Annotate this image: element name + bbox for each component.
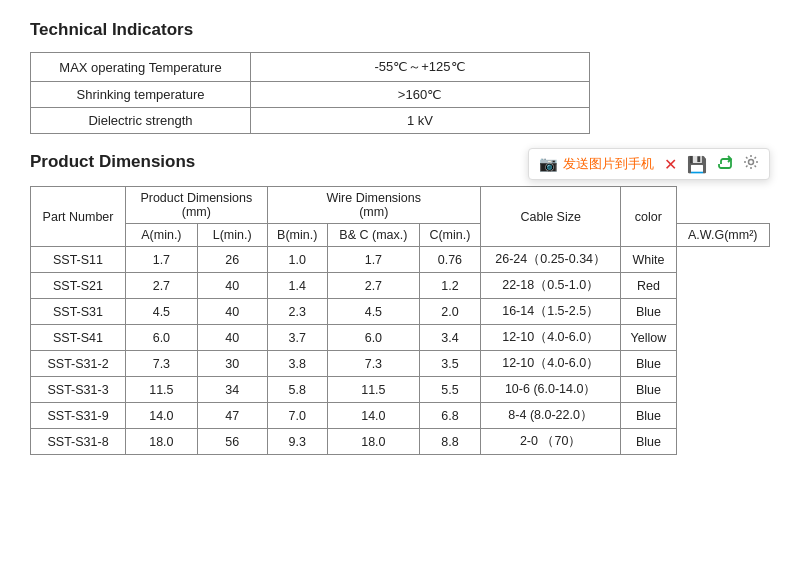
dim-l: 40 (197, 299, 267, 325)
dim-c: 6.8 (419, 403, 480, 429)
dim-awg: 8-4 (8.0-22.0） (481, 403, 621, 429)
dim-part: SST-S31-8 (31, 429, 126, 455)
dim-c: 0.76 (419, 247, 480, 273)
dim-b: 1.4 (267, 273, 327, 299)
dim-c: 8.8 (419, 429, 480, 455)
subheader-l-min: L(min.) (197, 224, 267, 247)
col-header-wire-dim: Wire Dimensions (mm) (267, 187, 480, 224)
subheader-b-min: B(min.) (267, 224, 327, 247)
svg-point-0 (749, 160, 754, 165)
subheader-bc-max: B& C (max.) (327, 224, 419, 247)
dim-awg: 12-10（4.0-6.0） (481, 351, 621, 377)
tech-table-row: Shrinking temperature >160℃ (31, 82, 590, 108)
dim-table-row: SST-S41 6.0 40 3.7 6.0 3.4 12-10（4.0-6.0… (31, 325, 770, 351)
dim-b: 9.3 (267, 429, 327, 455)
dim-awg: 12-10（4.0-6.0） (481, 325, 621, 351)
dim-l: 40 (197, 325, 267, 351)
send-icon: 📷 (539, 155, 558, 173)
dim-b: 5.8 (267, 377, 327, 403)
dim-l: 40 (197, 273, 267, 299)
dim-color: Blue (621, 299, 676, 325)
dim-table-row: SST-S31-8 18.0 56 9.3 18.0 8.8 2-0 （70） … (31, 429, 770, 455)
dim-a: 6.0 (126, 325, 198, 351)
dim-color: Blue (621, 429, 676, 455)
dim-c: 3.4 (419, 325, 480, 351)
dim-table-row: SST-S31-9 14.0 47 7.0 14.0 6.8 8-4 (8.0-… (31, 403, 770, 429)
dim-b: 3.8 (267, 351, 327, 377)
dim-b: 1.0 (267, 247, 327, 273)
dim-bc: 11.5 (327, 377, 419, 403)
dim-l: 34 (197, 377, 267, 403)
dim-bc: 1.7 (327, 247, 419, 273)
tech-indicators-table: MAX operating Temperature -55℃～+125℃ Shr… (30, 52, 590, 134)
share-icon[interactable] (717, 154, 733, 174)
tech-row-value: -55℃～+125℃ (251, 53, 590, 82)
dim-b: 7.0 (267, 403, 327, 429)
col-header-part: Part Number (31, 187, 126, 247)
dim-awg: 22-18（0.5-1.0） (481, 273, 621, 299)
send-label: 发送图片到手机 (563, 155, 654, 173)
dim-part: SST-S31 (31, 299, 126, 325)
dim-a: 4.5 (126, 299, 198, 325)
dim-part: SST-S21 (31, 273, 126, 299)
col-header-color: color (621, 187, 676, 247)
dim-part: SST-S41 (31, 325, 126, 351)
subheader-a-min: A(min.) (126, 224, 198, 247)
section-title-tech: Technical Indicators (30, 20, 770, 40)
dim-table-row: SST-S31 4.5 40 2.3 4.5 2.0 16-14（1.5-2.5… (31, 299, 770, 325)
settings-icon[interactable] (743, 154, 759, 174)
tech-row-label: Dielectric strength (31, 108, 251, 134)
dim-a: 14.0 (126, 403, 198, 429)
dim-c: 1.2 (419, 273, 480, 299)
tech-row-label: Shrinking temperature (31, 82, 251, 108)
tech-row-label: MAX operating Temperature (31, 53, 251, 82)
dim-bc: 2.7 (327, 273, 419, 299)
dim-bc: 18.0 (327, 429, 419, 455)
subheader-awg: A.W.G(mm²) (676, 224, 770, 247)
tech-table-row: MAX operating Temperature -55℃～+125℃ (31, 53, 590, 82)
dim-color: Blue (621, 351, 676, 377)
dim-a: 7.3 (126, 351, 198, 377)
dimensions-table: Part Number Product Dimensions (mm) Wire… (30, 186, 770, 455)
dim-l: 30 (197, 351, 267, 377)
dim-table-row: SST-S21 2.7 40 1.4 2.7 1.2 22-18（0.5-1.0… (31, 273, 770, 299)
col-header-cable-size: Cable Size (481, 187, 621, 247)
save-icon[interactable]: 💾 (687, 155, 707, 174)
dim-a: 11.5 (126, 377, 198, 403)
dim-c: 5.5 (419, 377, 480, 403)
dim-b: 2.3 (267, 299, 327, 325)
dim-color: White (621, 247, 676, 273)
tech-row-value: >160℃ (251, 82, 590, 108)
tech-table-row: Dielectric strength 1 kV (31, 108, 590, 134)
dim-color: Blue (621, 377, 676, 403)
dim-l: 26 (197, 247, 267, 273)
dim-l: 56 (197, 429, 267, 455)
dim-awg: 10-6 (6.0-14.0） (481, 377, 621, 403)
dim-bc: 14.0 (327, 403, 419, 429)
dim-c: 3.5 (419, 351, 480, 377)
dim-l: 47 (197, 403, 267, 429)
dim-table-row: SST-S11 1.7 26 1.0 1.7 0.76 26-24（0.25-0… (31, 247, 770, 273)
dim-part: SST-S31-9 (31, 403, 126, 429)
dim-bc: 7.3 (327, 351, 419, 377)
dim-part: SST-S31-2 (31, 351, 126, 377)
dim-part: SST-S31-3 (31, 377, 126, 403)
close-icon[interactable]: ✕ (664, 155, 677, 174)
dim-awg: 26-24（0.25-0.34） (481, 247, 621, 273)
subheader-c-min: C(min.) (419, 224, 480, 247)
dim-bc: 4.5 (327, 299, 419, 325)
dim-c: 2.0 (419, 299, 480, 325)
dim-color: Yellow (621, 325, 676, 351)
floating-toolbar[interactable]: 📷 发送图片到手机 ✕ 💾 (528, 148, 770, 180)
dim-color: Blue (621, 403, 676, 429)
dim-part: SST-S11 (31, 247, 126, 273)
dim-awg: 2-0 （70） (481, 429, 621, 455)
dim-table-row: SST-S31-2 7.3 30 3.8 7.3 3.5 12-10（4.0-6… (31, 351, 770, 377)
send-to-phone-button[interactable]: 📷 发送图片到手机 (539, 155, 654, 173)
dim-color: Red (621, 273, 676, 299)
dim-table-row: SST-S31-3 11.5 34 5.8 11.5 5.5 10-6 (6.0… (31, 377, 770, 403)
dim-b: 3.7 (267, 325, 327, 351)
dim-a: 2.7 (126, 273, 198, 299)
tech-row-value: 1 kV (251, 108, 590, 134)
col-header-product-dim: Product Dimensions (mm) (126, 187, 268, 224)
